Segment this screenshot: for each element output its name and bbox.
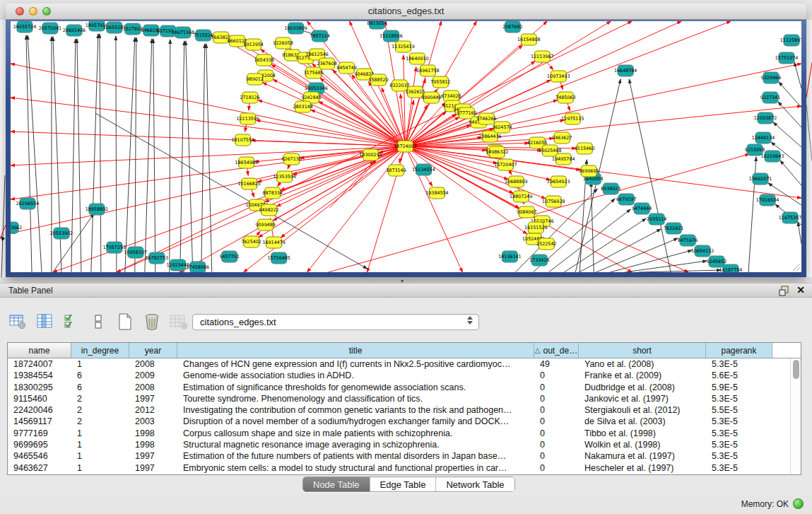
network-node[interactable]: 9699695 <box>579 165 599 177</box>
network-node[interactable]: 8990448 <box>421 92 441 103</box>
network-canvas[interactable]: 2405572420572041206914061895791610655287… <box>11 21 801 272</box>
table-cell-year[interactable]: 1998 <box>129 428 177 439</box>
network-node[interactable]: 10654112 <box>691 245 714 257</box>
table-cell-name[interactable]: 14569117 <box>8 416 71 427</box>
network-node[interactable]: 9115460 <box>575 143 594 154</box>
table-cell-year[interactable]: 2003 <box>129 416 177 427</box>
black-edge[interactable] <box>180 41 184 272</box>
black-edge[interactable] <box>116 36 117 272</box>
network-node[interactable]: 15692071 <box>749 173 772 185</box>
network-node[interactable]: 989012 <box>247 74 264 85</box>
table-cell-year[interactable]: 2009 <box>129 370 177 381</box>
network-node[interactable]: 9226058 <box>273 37 293 49</box>
table-cell-year[interactable]: 1998 <box>129 439 177 450</box>
network-node[interactable]: 9474444 <box>632 203 652 214</box>
table-cell-name[interactable]: 9115460 <box>8 393 71 404</box>
network-node[interactable]: 1733426 <box>529 255 549 266</box>
black-edge[interactable] <box>773 122 801 147</box>
black-edge[interactable] <box>125 37 135 272</box>
network-node[interactable]: 9227341 <box>760 92 780 103</box>
table-cell-in_degree[interactable]: 1 <box>71 428 129 439</box>
table-cell-name[interactable]: 9463627 <box>8 462 71 474</box>
network-node[interactable]: 7485063 <box>555 92 575 103</box>
network-node[interactable]: 6679197 <box>616 194 636 205</box>
black-edge[interactable] <box>639 270 721 272</box>
table-cell-out_de[interactable]: 0 <box>534 370 579 381</box>
black-edge[interactable] <box>206 44 212 272</box>
table-cell-in_degree[interactable]: 6 <box>71 382 129 393</box>
close-panel-icon[interactable]: ✕ <box>796 284 805 296</box>
table-row[interactable]: 977716911998Corpus callosum shape and si… <box>8 428 801 439</box>
table-cell-out_de[interactable]: 0 <box>534 416 579 427</box>
network-node[interactable]: 24055724 <box>13 21 36 33</box>
table-cell-title[interactable]: Genome-wide association studies in ADHD. <box>177 370 534 381</box>
black-edge[interactable] <box>778 102 801 127</box>
network-node[interactable]: 8267130 <box>281 153 301 165</box>
network-node[interactable]: 19654923 <box>547 176 570 187</box>
network-node[interactable]: 16033662 <box>11 222 22 233</box>
table-cell-in_degree[interactable]: 1 <box>71 450 129 462</box>
network-node[interactable]: 18640910 <box>406 53 428 64</box>
network-node[interactable]: 10958107 <box>124 247 147 258</box>
table-cell-pagerank[interactable]: 5.5E-5 <box>706 404 772 416</box>
table-cell-short[interactable]: de Silva et al. (2003) <box>579 416 706 427</box>
network-node[interactable]: 17957253 <box>103 242 126 253</box>
table-cell-in_degree[interactable]: 6 <box>71 370 129 381</box>
table-cell-year[interactable]: 1997 <box>129 462 177 474</box>
table-cell-name[interactable]: 22420046 <box>8 404 71 416</box>
network-node[interactable]: 16961758 <box>416 65 439 76</box>
table-cell-title[interactable]: Changes of HCN gene expression and I(f) … <box>177 358 534 370</box>
table-cell-year[interactable]: 1997 <box>129 393 177 404</box>
network-node[interactable]: 7955812 <box>430 76 450 88</box>
network-node[interactable]: 9457791 <box>220 251 240 262</box>
new-table-icon[interactable] <box>116 313 134 331</box>
table-cell-pagerank[interactable]: 5.9E-5 <box>706 382 772 393</box>
network-node[interactable]: 8878334 <box>262 187 282 199</box>
table-cell-short[interactable]: Hescheler et al. (1997) <box>579 462 706 474</box>
delete-table-icon[interactable] <box>143 313 161 331</box>
red-edge[interactable] <box>330 161 374 208</box>
black-edge[interactable] <box>71 39 76 272</box>
float-panel-icon[interactable] <box>779 286 789 299</box>
table-cell-pagerank[interactable]: 5.3E-5 <box>706 358 772 370</box>
network-node[interactable]: 15716485 <box>267 252 290 264</box>
network-node[interactable]: 15166825 <box>237 178 260 189</box>
network-node[interactable]: 16782753 <box>146 252 168 264</box>
table-cell-in_degree[interactable]: 1 <box>71 462 129 474</box>
network-node[interactable]: 26206504 <box>16 198 39 209</box>
memory-status-indicator[interactable] <box>793 498 804 509</box>
column-visibility-icon[interactable] <box>35 313 54 331</box>
table-scrollbar[interactable] <box>790 358 801 474</box>
network-node[interactable]: 16914479 <box>262 237 285 248</box>
select-columns-icon[interactable] <box>62 313 81 331</box>
network-node[interactable]: 8471676 <box>678 235 698 246</box>
column-header-name[interactable]: name <box>8 343 71 358</box>
black-edge[interactable] <box>779 82 801 107</box>
network-node[interactable]: 1527802 <box>123 23 143 35</box>
network-node[interactable]: 16648784 <box>614 65 637 76</box>
column-header-short[interactable]: short <box>579 343 706 358</box>
network-node[interactable]: 5912954 <box>243 39 263 50</box>
table-cell-title[interactable]: Corpus callosum shape and size in male p… <box>177 428 534 439</box>
table-cell-short[interactable]: Jankovic et al. (1997) <box>579 393 706 404</box>
network-node[interactable]: 17458086 <box>187 262 209 272</box>
table-cell-name[interactable]: 9465546 <box>8 450 71 462</box>
table-settings-icon[interactable] <box>8 313 27 331</box>
table-row[interactable]: 911546021997Tourette syndrome. Phenomeno… <box>8 393 801 404</box>
table-cell-out_de[interactable]: 0 <box>534 462 579 474</box>
table-cell-out_de[interactable]: 0 <box>534 428 579 439</box>
black-edge[interactable] <box>564 218 646 272</box>
red-edge[interactable] <box>11 146 406 199</box>
network-node[interactable]: 16154808 <box>517 34 540 45</box>
network-node[interactable]: 15218506 <box>379 30 402 42</box>
column-header-title[interactable]: title <box>177 343 534 358</box>
resize-grip[interactable] <box>791 262 801 271</box>
network-node[interactable]: 17016504 <box>756 194 779 206</box>
network-node[interactable]: 11675357 <box>779 212 801 223</box>
table-cell-year[interactable]: 2008 <box>129 358 177 370</box>
table-cell-name[interactable]: 9777169 <box>8 428 71 439</box>
network-node[interactable]: 2803144 <box>293 101 312 112</box>
network-node[interactable]: 18958892 <box>86 204 108 215</box>
network-node[interactable]: 2718126 <box>240 92 260 103</box>
table-cell-out_de[interactable]: 0 <box>534 439 579 450</box>
